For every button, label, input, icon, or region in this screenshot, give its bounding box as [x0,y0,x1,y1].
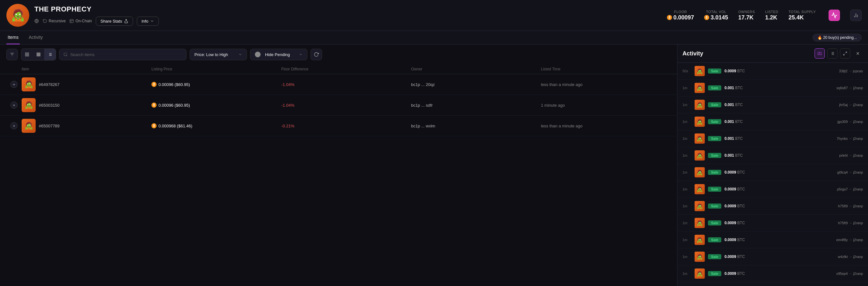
activity-price: 0.0009 BTC [724,204,750,208]
sale-badge: Sale [708,237,721,242]
activity-item[interactable]: 1m 🧟 Sale 0.001 BTC sq6s87 → j2ranp [677,80,868,96]
chevron-down-icon-2 [238,53,242,56]
add-to-cart-button[interactable]: + [10,102,18,109]
table-row[interactable]: + 🧟 #65003150 ₿ 0.00096 ($60.95) -1.04% … [0,95,677,116]
activity-time: 1m [682,153,691,157]
tab-items[interactable]: Items [6,31,20,44]
grid-view-button[interactable] [21,49,33,60]
svg-rect-11 [27,53,29,54]
price-value: 0.00096 ($60.95) [158,82,190,87]
table-header: Item Listing Price Floor Difference Owne… [0,64,677,74]
small-grid-view-button[interactable] [33,49,44,60]
svg-point-29 [64,53,67,56]
activity-time: 50s [682,69,691,73]
filter-button[interactable] [6,49,18,60]
list-activity-button[interactable] [827,49,837,59]
col-listing-price: Listing Price [151,67,281,72]
sliders-icon [817,51,822,56]
onchain-chip[interactable]: On-Chain [69,19,92,23]
btc-icon-row2: ₿ [151,103,157,108]
activity-price: 0.001 BTC [724,119,750,124]
svg-rect-17 [37,54,37,55]
activity-price: 0.001 BTC [724,153,750,158]
activity-addresses: h75ft9 → j2ranp [753,204,863,208]
activity-item[interactable]: 1m 🧟 Sale 0.001 BTC jgs309 → j2ranp [677,113,868,130]
svg-rect-12 [27,55,29,56]
activity-time: 1m [682,137,691,140]
activity-item[interactable]: 1m 🧟 Sale 0.0009 BTC h75ft9 → j2ranp [677,198,868,214]
svg-rect-19 [39,54,40,55]
activity-item[interactable]: 1m 🧟 Sale 0.001 BTC prlehl → j2ranp [677,147,868,164]
activity-thumbnail: 🧟 [694,100,705,110]
svg-line-47 [843,54,845,55]
activity-time: 1m [682,170,691,174]
activity-price: 0.001 BTC [724,136,750,141]
activity-item[interactable]: 1m 🧟 Sale 0.001 BTC jhr5aj → j2ranp [677,96,868,113]
activity-time: 1m [682,187,691,191]
arrow-icon: → [848,170,852,174]
stat-total-supply: TOTAL SUPPLY 25.4K [788,10,816,21]
list-icon-2 [830,51,835,56]
recursive-chip[interactable]: Recursive [43,19,66,23]
svg-rect-15 [38,53,39,54]
list-view-button[interactable] [44,49,56,60]
share-stats-button[interactable]: Share Stats [96,17,133,26]
activity-time: 1m [682,255,691,259]
sale-badge: Sale [708,119,721,124]
left-content: Price: Low to High Hide Pending Item Lis… [0,45,677,286]
sale-badge: Sale [708,254,721,259]
table-row[interactable]: + 🧟 #64978267 ₿ 0.00096 ($60.95) -1.04% … [0,74,677,95]
bar-icon [853,12,859,18]
activity-item[interactable]: 1m 🧟 Sale 0.0009 BTC w4zfkt → j2ranp [677,249,868,265]
activity-item[interactable]: 1m 🧟 Sale 0.0009 BTC p5rgs7 → j2ranp [677,181,868,198]
pending-dot-icon [255,52,260,57]
svg-rect-21 [38,55,39,56]
activity-time: 1m [682,103,691,107]
pulse-chart-icon[interactable] [829,9,840,21]
stat-floor: FLOOR ₿ 0.00097 [667,10,694,21]
globe-chip[interactable] [34,19,39,23]
activity-item[interactable]: 50s 🧟 Sale 0.0009 BTC 33tjt2 → jcpcas [677,63,868,80]
add-to-cart-button[interactable]: + [10,122,18,129]
activity-list: 50s 🧟 Sale 0.0009 BTC 33tjt2 → jcpcas 1m… [677,63,868,286]
bar-chart-icon[interactable] [850,9,862,21]
item-id: #64978267 [39,82,60,87]
svg-rect-18 [38,54,39,55]
col-floor-diff: Floor Difference [281,67,411,72]
search-box[interactable] [59,49,186,60]
price-value: 0.000968 ($61.46) [158,123,192,128]
tab-activity[interactable]: Activity [27,31,44,44]
floor-diff: -1.04% [281,82,411,87]
activity-item[interactable]: 1m 🧟 Sale 0.0009 BTC gt9cq4 → j2ranp [677,164,868,181]
view-toggle [21,49,56,60]
floor-diff: -0.21% [281,123,411,128]
activity-item[interactable]: 1m 🧟 Sale 0.0009 BTC em4f8y → j2ranp [677,232,868,249]
activity-thumbnail: 🧟 [694,83,705,93]
item-id: #65003150 [39,103,60,108]
refresh-button[interactable] [311,49,322,60]
main-layout: Price: Low to High Hide Pending Item Lis… [0,45,868,286]
sort-dropdown[interactable]: Price: Low to High [190,49,247,60]
pending-badge: 🔥 20 buy(s) pending... [813,34,862,41]
filter-activity-button[interactable] [814,49,825,59]
expand-activity-button[interactable] [840,49,850,59]
table-row[interactable]: + 🧟 #65007789 ₿ 0.000968 ($61.46) -0.21%… [0,116,677,136]
info-button[interactable]: Info [137,17,159,26]
search-input[interactable] [70,52,182,57]
svg-line-30 [66,55,67,56]
activity-thumbnail: 🧟 [694,201,705,211]
activity-addresses: 33tjt2 → jcpcas [753,69,863,73]
activity-addresses: gt9cq4 → j2ranp [753,170,863,174]
hide-pending-dropdown[interactable]: Hide Pending [250,49,307,60]
sale-badge: Sale [708,220,721,226]
activity-thumbnail: 🧟 [694,218,705,228]
add-to-cart-button[interactable]: + [10,81,18,88]
activity-item[interactable]: 1m 🧟 Sale 0.0009 BTC h75ft9 → j2ranp [677,214,868,232]
activity-item[interactable]: 1m 🧟 Sale 0.001 BTC 7hynks → j2ranp [677,130,868,147]
activity-thumbnail: 🧟 [694,167,705,177]
grid-icon [25,52,29,57]
activity-item[interactable]: 1m 🧟 Sale 0.0009 BTC x95ep4 → j2ranp [677,265,868,282]
activity-time: 1m [682,204,691,208]
close-activity-button[interactable]: × [853,49,863,59]
col-listed-time: Listed Time [541,67,671,72]
